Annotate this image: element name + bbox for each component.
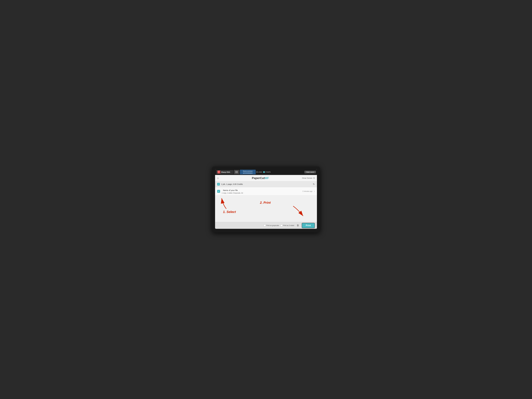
file-info: Name of your file 1 copy, 1-sided, Grays… — [222, 189, 301, 194]
linea-stampa-area: LINEA STAMPA. — [256, 171, 304, 173]
sharp-osa-label: Sharp OSA — [221, 171, 230, 173]
grid-button[interactable] — [234, 170, 239, 174]
user-label: Omar Osman — [302, 177, 312, 179]
select-all-checkbox[interactable]: ✓ — [217, 183, 220, 185]
papercut-dot: MF — [265, 176, 269, 180]
linea-checkbox — [256, 171, 258, 173]
twosided-label: Print as 2-sided — [283, 225, 294, 226]
refresh-icon[interactable]: ↻ — [313, 183, 315, 186]
stampa-label: STAMPA. — [265, 171, 271, 173]
twosided-option[interactable]: Print as 2-sided — [280, 225, 294, 226]
arrow-select — [219, 197, 230, 210]
linea-item: LINEA — [256, 171, 262, 173]
home-icon: ⌂ — [217, 177, 219, 179]
file-name: Name of your file — [222, 189, 239, 192]
device-frame: S Sharp OSA Nome accesso amministratore … — [212, 166, 320, 233]
job-summary-text: 1 job, 1 page, 0.00 Credits — [221, 183, 243, 185]
arrow-print — [291, 203, 306, 219]
delete-icon[interactable]: 🗑 — [297, 224, 299, 227]
sharp-osa-button[interactable]: S Sharp OSA — [216, 170, 233, 174]
content-area: ⌂ PaperCutMF Omar Osman ⎋ ✓ 1 job, 1 pag… — [215, 175, 317, 229]
stato-lavori-label: Stato Lavori — [306, 171, 314, 173]
grayscale-option[interactable]: Print as grayscale — [264, 225, 279, 226]
label-select: 1. Select — [223, 210, 236, 214]
user-area: Omar Osman ⎋ — [302, 177, 315, 179]
nome-accesso-label: Nome accesso — [241, 170, 254, 172]
sub-header: ⌂ PaperCutMF Omar Osman ⎋ — [215, 175, 317, 181]
file-time: 2 minutes ago — [303, 190, 312, 192]
sharp-logo-icon: S — [217, 171, 220, 173]
file-details: 1 copy, 1-sided, Grayscale, A4 — [222, 192, 301, 194]
grid-icon — [235, 171, 238, 173]
label-print: 2. Print — [260, 201, 271, 204]
logout-icon[interactable]: ⎋ — [313, 177, 315, 179]
grayscale-checkbox[interactable] — [264, 225, 266, 226]
grayscale-label: Print as grayscale — [266, 225, 279, 226]
job-summary-left: ✓ 1 job, 1 page, 0.00 Credits — [217, 183, 243, 185]
twosided-checkbox[interactable] — [280, 225, 282, 226]
amministratore-label: amministratore — [241, 172, 254, 174]
file-list-item[interactable]: ✓ Name of your file 1 copy, 1-sided, Gra… — [215, 187, 317, 196]
nome-accesso-button[interactable]: Nome accesso amministratore — [240, 170, 256, 175]
empty-area: 1. Select 2. Print — [215, 196, 317, 222]
job-summary-bar: ✓ 1 job, 1 page, 0.00 Credits ↻ — [215, 181, 317, 187]
file-checkbox[interactable]: ✓ — [217, 190, 220, 193]
home-button[interactable]: ⌂ — [217, 177, 219, 180]
chevron-right-icon[interactable]: › — [314, 190, 315, 193]
stato-lavori-button[interactable]: Stato Lavori — [304, 171, 316, 173]
stampa-checkbox — [263, 171, 265, 173]
screen: S Sharp OSA Nome accesso amministratore … — [215, 169, 317, 229]
print-button[interactable]: Print — [302, 223, 315, 228]
top-bar: S Sharp OSA Nome accesso amministratore … — [215, 169, 317, 175]
bottom-bar: Print as grayscale Print as 2-sided 🗑 Pr… — [215, 222, 317, 229]
stampa-item: STAMPA. — [263, 171, 271, 173]
linea-label: LINEA — [258, 171, 262, 173]
papercut-logo: PaperCutMF — [219, 176, 302, 180]
